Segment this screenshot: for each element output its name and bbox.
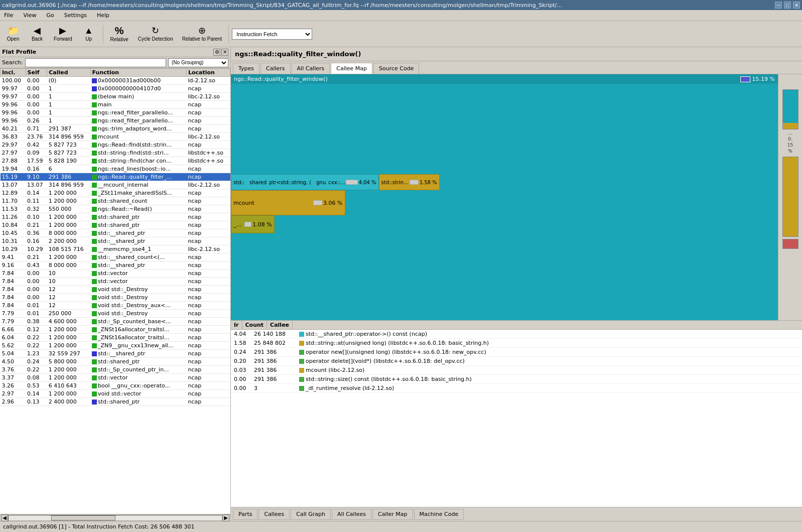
bottom-tab-all-callees[interactable]: All Callees [332,509,371,520]
tab-callers[interactable]: Callers [260,63,291,74]
block-mcount[interactable]: mcount 3.06 % [231,190,345,215]
cell-self: 23.76 [26,133,47,141]
block-string-at[interactable]: std::string::at(unsigned long) 1.58 % [379,174,440,190]
table-row[interactable]: 99.97 0.00 1 0x00000000004107d0 ncap [1,85,230,93]
panel-close-button[interactable]: ✕ [221,49,228,56]
scroll-left-arrow[interactable]: ◀ [1,514,8,521]
scroll-right-arrow[interactable]: ▶ [222,514,229,521]
menubar-item-go[interactable]: Go [45,12,56,19]
col-called[interactable]: Called [47,69,90,77]
col-self[interactable]: Self [26,69,47,77]
table-row[interactable]: 5.62 0.22 1 200 000 _ZN9__gnu_cxx13new_a… [1,342,230,350]
callee-list-item[interactable]: 0.00 291 386 std::string::size() const (… [231,375,802,384]
relative-button[interactable]: % Relative [106,23,132,46]
table-row[interactable]: 11.70 0.11 1 200 000 std::shared_count n… [1,197,230,205]
table-row[interactable]: 11.26 0.10 1 200 000 std::shared_ptr nca… [1,213,230,221]
bottom-tab-call-graph[interactable]: Call Graph [291,509,331,520]
close-button[interactable]: ✕ [793,2,800,9]
table-row[interactable]: 36.83 23.76 314 896 959 mcount libc-2.12… [1,133,230,141]
bottom-tab-callees[interactable]: Callees [258,509,290,520]
table-row[interactable]: 40.21 0.71 291 387 ngs::trim_adaptors_wo… [1,125,230,133]
col-incl[interactable]: Incl. [1,69,26,77]
cell-function: std::shared_ptr [90,398,186,406]
table-row[interactable]: 2.96 0.13 2 400 000 std::shared_ptr ncap [1,398,230,406]
cycle-detection-button[interactable]: ↻ Cycle Detection [135,23,177,46]
table-row[interactable]: 9.41 0.21 1 200 000 std::__shared_count<… [1,253,230,261]
tab-all-callers[interactable]: All Callers [292,63,330,74]
tab-types[interactable]: Types [233,63,259,74]
table-row[interactable]: 7.84 0.01 12 void std::_Destroy_aux<... … [1,302,230,310]
table-row[interactable]: 3.26 0.53 6 410 643 bool __gnu_cxx::oper… [1,382,230,390]
toolbar-separator-2 [228,25,229,43]
forward-button[interactable]: ▶ Forward [50,23,76,46]
cycle-label: Cycle Detection [138,36,173,42]
callee-list-item[interactable]: 0.00 3 _dl_runtime_resolve (ld-2.12.so) [231,384,802,393]
table-row[interactable]: 15.19 9.10 291 386 ngs::Read::quality_fi… [1,173,230,181]
menubar-item-settings[interactable]: Settings [62,12,89,19]
menubar-item-help[interactable]: Help [95,12,111,19]
grouping-select[interactable]: (No Grouping)Group by ELF ObjectGroup by… [168,58,228,67]
table-row[interactable]: 29.97 0.42 5 827 723 ngs::Read::find(std… [1,141,230,149]
table-row[interactable]: 13.07 13.07 314 896 959 __mcount_interna… [1,181,230,189]
col-function[interactable]: Function [90,69,186,77]
callee-list-item[interactable]: 0.20 291 386 operator delete[](void*) (l… [231,357,802,366]
callee-list-item[interactable]: 0.03 291 386 mcount (libc-2.12.so) [231,366,802,375]
table-row[interactable]: 7.84 0.00 12 void std::_Destroy ncap [1,286,230,294]
table-row[interactable]: 99.97 0.00 1 (below main) libc-2.12.so [1,93,230,101]
bottom-tab-parts[interactable]: Parts [233,509,257,520]
relative-to-parent-button[interactable]: ⊕ Relative to Parent [179,23,226,46]
table-row[interactable]: 99.96 0.00 1 main ncap [1,101,230,109]
table-row[interactable]: 99.96 0.26 1 ngs::read_filter_parallelio… [1,117,230,125]
right-bottom: Ir Count Callee 4.04 26 140 188 std::__s… [231,320,802,521]
table-row[interactable]: 6.66 0.12 1 200 000 _ZNSt16allocator_tra… [1,326,230,334]
table-row[interactable]: 27.97 0.09 5 827 723 std::string::find(s… [1,149,230,157]
table-row[interactable]: 10.84 0.21 1 200 000 std::shared_ptr nca… [1,221,230,229]
search-input[interactable] [25,58,167,67]
callee-name: std::string::at(unsigned long) (libstdc+… [296,339,492,347]
menubar-item-view[interactable]: View [21,12,38,19]
table-row[interactable]: 27.88 17.59 5 828 190 std::string::find(… [1,157,230,165]
table-row[interactable]: 6.04 0.22 1 200 000 _ZNSt16allocator_tra… [1,334,230,342]
table-row[interactable]: 2.97 0.14 1 200 000 void std::vector nca… [1,390,230,398]
tab-callee-map[interactable]: Callee Map [331,63,372,74]
table-row[interactable]: 10.29 10.29 108 515 716 __memcmp_sse4_1 … [1,245,230,253]
table-row[interactable]: 10.31 0.16 2 200 000 std::__shared_ptr n… [1,237,230,245]
bottom-tab-caller-map[interactable]: Caller Map [372,509,413,520]
table-row[interactable]: 7.79 0.01 250 000 void std::_Destroy nca… [1,310,230,318]
table-row[interactable]: 100.00 0.00 (0) 0x00000031ad000b00 ld-2.… [1,77,230,85]
panel-settings-button[interactable]: ⚙ [213,49,220,56]
bottom-tab-machine-code[interactable]: Machine Code [414,509,464,520]
table-row[interactable]: 7.84 0.00 10 std::vector ncap [1,278,230,286]
table-row[interactable]: 3.76 0.22 1 200 000 std::_Sp_counted_ptr… [1,366,230,374]
callee-list-item[interactable]: 1.58 25 848 802 std::string::at(unsigned… [231,339,802,348]
block-shared-ptr-op[interactable]: std::__shared_ptr<std::string, (__gnu_cx… [231,174,379,190]
table-row[interactable]: 7.79 0.38 4 600 000 std::_Sp_counted_bas… [1,318,230,326]
table-row[interactable]: 19.94 0.16 6 ngs::read_lines(boost::io..… [1,165,230,173]
horizontal-scrollbar[interactable]: ◀ ▶ [0,514,230,521]
table-row[interactable]: 12.89 0.14 1 200 000 _ZSt11make_sharedlS… [1,189,230,197]
scroll-track[interactable] [8,515,222,521]
col-location[interactable]: Location [186,69,230,77]
open-button[interactable]: 📁 Open [2,23,24,46]
callee-list-item[interactable]: 4.04 26 140 188 std::__shared_ptr::opera… [231,330,802,339]
up-button[interactable]: ▲ Up [78,23,100,46]
table-row[interactable]: 5.04 1.23 32 559 297 std::__shared_ptr n… [1,350,230,358]
side-label-dots: ... [788,130,792,136]
maximize-button[interactable]: □ [784,2,791,9]
back-button[interactable]: ◀ Back [26,23,48,46]
table-row[interactable]: 9.16 0.43 8 000 000 std::__shared_ptr nc… [1,261,230,270]
callee-list-item[interactable]: 0.24 291 386 operator new[](unsigned lon… [231,348,802,357]
table-row[interactable]: 3.37 0.08 1 200 000 std::vector ncap [1,374,230,382]
table-row[interactable]: 7.84 0.00 10 std::vector ncap [1,270,230,278]
scroll-thumb[interactable] [51,515,115,520]
tab-source-code[interactable]: Source Code [373,63,419,74]
instruction-fetch-select[interactable]: Instruction FetchCache MissBranch Mispre… [232,29,312,40]
block-mcount-internal[interactable]: _mcount_internal 1.08 % [231,215,275,233]
table-row[interactable]: 7.84 0.00 12 void std::_Destroy ncap [1,294,230,302]
table-row[interactable]: 99.96 0.00 1 ngs::read_filter_parallelio… [1,109,230,117]
table-row[interactable]: 10.45 0.36 8 000 000 std::__shared_ptr n… [1,229,230,237]
table-row[interactable]: 11.53 0.32 550 000 ngs::Read::~Read() nc… [1,205,230,213]
minimize-button[interactable]: ─ [775,2,782,9]
menubar-item-file[interactable]: File [2,12,15,19]
table-row[interactable]: 4.50 0.24 5 800 000 std::shared_ptr ncap [1,358,230,366]
